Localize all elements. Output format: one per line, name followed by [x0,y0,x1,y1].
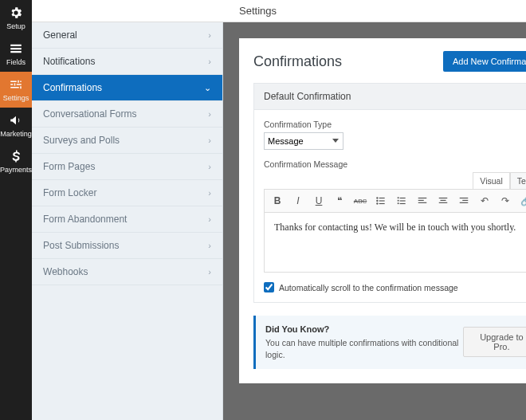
sidenav-item-general[interactable]: General › [32,22,222,49]
number-list-icon[interactable] [394,193,410,209]
svg-rect-11 [398,202,399,204]
add-confirmation-button[interactable]: Add New Confirmation [443,51,526,72]
svg-rect-3 [379,200,385,201]
align-center-icon[interactable] [435,193,451,209]
svg-rect-18 [460,198,469,198]
page-title: Settings [239,5,277,17]
sidenav-item-form-locker[interactable]: Form Locker › [32,180,222,206]
confirmations-panel: Confirmations Add New Confirmation Defau… [239,38,526,383]
chevron-right-icon: › [208,267,211,277]
rail-item-settings[interactable]: Settings [0,72,32,108]
svg-rect-12 [418,198,427,198]
notice-body: You can have multiple confirmations with… [265,338,458,359]
underline-icon[interactable]: U [311,193,327,209]
svg-rect-20 [460,202,469,203]
strike-icon[interactable]: ABC [352,193,368,209]
svg-point-4 [376,202,378,204]
chevron-right-icon: › [208,214,211,224]
svg-rect-8 [400,203,406,204]
settings-sidenav: General › Notifications › Confirmations … [32,22,223,420]
rail-item-payments[interactable]: Payments [0,143,32,179]
sidenav-item-form-pages[interactable]: Form Pages › [32,154,222,180]
chevron-right-icon: › [208,30,211,40]
sidenav-item-post-submissions[interactable]: Post Submissions › [32,233,222,259]
body: General › Notifications › Confirmations … [32,22,526,420]
sidenav-item-conversational-forms[interactable]: Conversational Forms › [32,101,222,128]
svg-point-0 [376,197,378,198]
rail-item-setup[interactable]: Setup [0,0,32,36]
sidenav-label: General [43,29,77,41]
redo-icon[interactable]: ↷ [497,193,513,209]
link-icon[interactable]: 🔗 [518,193,526,209]
chevron-right-icon: › [208,241,211,250]
align-right-icon[interactable] [456,193,472,209]
chevron-right-icon: › [208,57,211,66]
svg-point-2 [376,200,378,202]
sidenav-label: Confirmations [43,82,102,93]
chevron-right-icon: › [208,188,211,198]
panel-head: Confirmations Add New Confirmation [253,51,526,72]
editor-body[interactable]: Thanks for contacting us! We will be in … [264,212,526,273]
main-column: Settings General › Notifications › Confi… [32,0,526,420]
rail-item-marketing[interactable]: Marketing [0,108,32,143]
message-label: Confirmation Message [264,159,526,169]
undo-icon[interactable]: ↶ [477,193,493,209]
svg-rect-1 [379,198,385,198]
sidenav-label: Conversational Forms [43,108,136,120]
bold-icon[interactable]: B [269,193,285,209]
notice-text: Did You Know? You can have multiple conf… [265,324,463,361]
content-area: Confirmations Add New Confirmation Defau… [223,22,526,420]
sidenav-label: Form Pages [43,161,95,172]
svg-rect-13 [418,200,424,201]
rail-label: Payments [0,167,32,174]
align-left-icon[interactable] [414,193,430,209]
type-select-wrap: Message [264,132,343,150]
bullet-list-icon[interactable] [373,193,389,209]
svg-rect-15 [439,198,448,198]
well-body: Confirmation Type Message Confirmation M… [254,110,526,302]
svg-rect-16 [441,200,446,201]
svg-rect-9 [398,197,399,198]
editor-tabs: Visual Text [264,172,526,189]
sidenav-item-surveys-polls[interactable]: Surveys and Polls › [32,128,222,154]
panel-title: Confirmations [253,53,342,70]
tab-visual[interactable]: Visual [473,172,509,189]
editor-toolbar: B I U ❝ ABC ↶ ↷ 🔗 [264,189,526,212]
svg-rect-7 [400,200,406,201]
well-header: Default Confirmation [254,84,526,110]
sidenav-label: Form Locker [43,187,96,198]
chevron-right-icon: › [208,109,211,119]
sidenav-item-webhooks[interactable]: Webhooks › [32,259,222,285]
sidenav-label: Form Abandonment [43,214,127,225]
svg-rect-17 [439,202,448,203]
type-select[interactable]: Message [264,132,343,150]
chevron-down-icon: ⌄ [204,83,211,93]
autoscroll-label: Automatically scroll to the confirmation… [279,283,458,292]
chevron-right-icon: › [208,162,211,171]
svg-rect-5 [379,203,385,204]
rail-item-fields[interactable]: Fields [0,36,32,72]
rail-label: Setup [6,23,26,30]
svg-rect-14 [418,202,427,203]
tab-text[interactable]: Text [510,172,526,189]
quote-icon[interactable]: ❝ [332,193,347,209]
bullhorn-icon [9,113,23,129]
upgrade-notice: Did You Know? You can have multiple conf… [253,316,526,369]
autoscroll-checkbox[interactable] [264,282,274,292]
upgrade-button[interactable]: Upgrade to Pro. [463,327,526,357]
sidenav-label: Webhooks [43,266,88,277]
left-rail: Setup Fields Settings Marketing Payments [0,0,32,420]
autoscroll-row[interactable]: Automatically scroll to the confirmation… [264,282,526,292]
sidenav-item-notifications[interactable]: Notifications › [32,49,222,75]
italic-icon[interactable]: I [290,193,306,209]
sidenav-item-confirmations[interactable]: Confirmations ⌄ [32,75,222,101]
sidenav-label: Notifications [43,56,95,67]
rail-label: Marketing [0,131,32,138]
sidenav-label: Post Submissions [43,240,119,251]
svg-rect-19 [462,200,468,201]
svg-rect-6 [400,198,406,198]
editor-content: Thanks for contacting us! We will be in … [274,222,516,233]
svg-rect-10 [398,200,399,202]
sidenav-item-form-abandonment[interactable]: Form Abandonment › [32,206,222,233]
rail-label: Fields [6,59,26,66]
